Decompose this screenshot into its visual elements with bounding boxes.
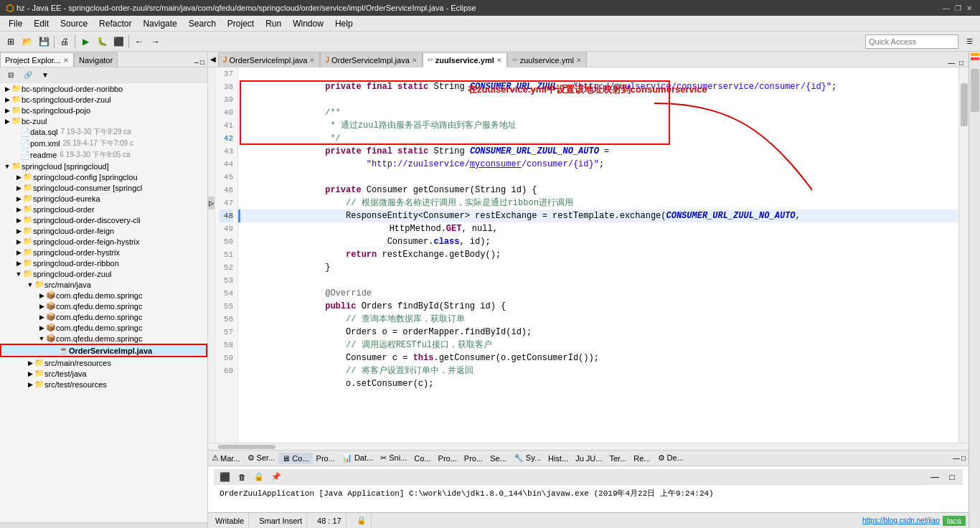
tree-item-pom[interactable]: 📄 pom.xml 26 19-4-17 下午7:09 c (0, 138, 207, 149)
menu-source[interactable]: Source (55, 16, 93, 31)
tree-item-src-test-java[interactable]: ▶ 📁 src/test/java (0, 368, 207, 379)
save-button[interactable]: 💾 (36, 34, 52, 50)
editor-minimize-icon[interactable]: — (946, 59, 957, 67)
tab-close[interactable]: ✕ (496, 57, 502, 64)
tab-se[interactable]: Se... (486, 453, 510, 464)
tab-orderserviceimpl-1[interactable]: J OrderServiceImpl.java ✕ (218, 52, 320, 67)
debug-button[interactable]: 🐛 (94, 34, 110, 50)
perspectives-button[interactable]: ☰ (961, 34, 977, 50)
tree-item-bc-order-noribbo[interactable]: ▶ 📁 bc-springcloud-order-noribbo (0, 83, 207, 94)
tree-item-bc-zuul[interactable]: ▶ 📁 bc-zuul (0, 116, 207, 126)
console-scroll-lock-btn[interactable]: 🔒 (251, 469, 267, 485)
menu-navigate[interactable]: Navigate (137, 16, 182, 31)
tab-close[interactable]: ✕ (412, 57, 418, 64)
menu-run[interactable]: Run (260, 16, 287, 31)
menu-search[interactable]: Search (183, 16, 222, 31)
tab-close[interactable]: ✕ (576, 57, 582, 64)
tree-item-springcloud-order-feign-hystrix[interactable]: ▶ 📁 springcloud-order-feign-hystrix (0, 236, 207, 247)
open-button[interactable]: 📂 (19, 34, 35, 50)
right-strip-item-1[interactable] (971, 53, 979, 56)
tab-pro2[interactable]: Pro... (435, 453, 461, 464)
tree-item-readme[interactable]: 📄 readme 6 19-3-30 下午9:05 ca (0, 149, 207, 161)
tab-snippets[interactable]: ✂ Sni... (377, 452, 410, 464)
menu-refactor[interactable]: Refactor (93, 16, 137, 31)
tree-item-pkg1[interactable]: ▶ 📦 com.qfedu.demo.springc (0, 290, 207, 301)
stop-button[interactable]: ⬛ (110, 34, 126, 50)
console-pin-btn[interactable]: 📌 (268, 469, 284, 485)
tree-item-springcloud-consumer[interactable]: ▶ 📁 springcloud-consumer [springcl (0, 182, 207, 193)
tab-co2[interactable]: Co... (410, 453, 434, 464)
sidebar-minimize-icon[interactable]: — (194, 59, 199, 67)
tab-project-explorer[interactable]: Project Explor... ✕ (0, 52, 74, 67)
print-button[interactable]: 🖨 (57, 34, 72, 50)
tab-junit[interactable]: Ju JU... (572, 453, 606, 464)
tree-item-bc-pojo[interactable]: ▶ 📁 bc-springcloud-pojo (0, 105, 207, 116)
tab-zuulservice-2[interactable]: ✏ zuulservice.yml ✕ (507, 52, 587, 67)
tree-item-src-main-java[interactable]: ▼ 📁 src/main/java (0, 279, 207, 290)
tab-zuulservice-1[interactable]: ✏ zuulservice.yml ✕ (423, 52, 507, 67)
tab-close-icon[interactable]: ✕ (63, 57, 69, 64)
editor-maximize-icon[interactable]: □ (957, 59, 966, 67)
menu-file[interactable]: File (3, 16, 28, 31)
tree-item-springcloud-order-hystrix[interactable]: ▶ 📁 springcloud-order-hystrix (0, 247, 207, 258)
tab-close[interactable]: ✕ (309, 57, 315, 64)
status-url[interactable]: https://blog.csdn.net/jiao (862, 517, 940, 524)
menu-edit[interactable]: Edit (28, 16, 55, 31)
console-stop-btn[interactable]: ⬛ (217, 469, 232, 485)
tab-terminal[interactable]: Ter... (606, 453, 630, 464)
tree-item-pkg2[interactable]: ▶ 📦 com.qfedu.demo.springc (0, 301, 207, 311)
sidebar-maximize-icon[interactable]: □ (200, 59, 204, 67)
tab-progress[interactable]: Pro... (313, 453, 339, 464)
back-button[interactable]: ← (131, 34, 147, 50)
tree-menu-button[interactable]: ▼ (37, 67, 53, 83)
tab-pro3[interactable]: Pro... (461, 453, 486, 464)
editor-hscroll[interactable] (208, 443, 969, 450)
tab-orderserviceimpl-2[interactable]: J OrderServiceImpl.java ✕ (320, 52, 422, 67)
code-line-45[interactable]: private Consumer getConsumer(String id) … (238, 171, 958, 184)
tab-de[interactable]: ⚙ De... (654, 452, 687, 464)
run-button[interactable]: ▶ (77, 34, 93, 50)
tree-item-springcloud-order-discovery[interactable]: ▶ 📁 springcloud-order-discovery-cli (0, 214, 207, 225)
tab-console[interactable]: 🖥 Co... (278, 453, 312, 464)
tab-sy[interactable]: 🔧 Sy... (510, 452, 545, 464)
hscroll-thumb[interactable] (218, 445, 275, 449)
code-line-40[interactable]: * 通过zuul路由服务器手动路由到客户服务地址 (238, 106, 958, 119)
editor-vscroll[interactable] (958, 67, 969, 443)
tree-item-bc-order-zuul[interactable]: ▶ 📁 bc-springcloud-order-zuul (0, 94, 207, 105)
tree-item-pkg3[interactable]: ▶ 📦 com.qfedu.demo.springc (0, 311, 207, 322)
code-line-39[interactable]: /** (238, 93, 958, 106)
status-lock[interactable]: 🔒 (352, 513, 372, 528)
bt-max-icon[interactable]: □ (961, 454, 966, 462)
tree-item-springcloud[interactable]: ▼ 📁 springcloud [springcloud] (0, 161, 207, 171)
maximize-button[interactable]: ❐ (953, 3, 963, 13)
close-button[interactable]: ✕ (964, 3, 974, 13)
code-line-53[interactable]: @Override (238, 274, 958, 287)
new-button[interactable]: ⊞ (3, 34, 19, 50)
tree-item-springcloud-eureka[interactable]: ▶ 📁 springcloud-eureka (0, 193, 207, 204)
tree-item-pkg4[interactable]: ▶ 📦 com.qfedu.demo.springc (0, 322, 207, 333)
tree-item-pkg5[interactable]: ▼ 📦 com.qfedu.demo.springc (0, 333, 207, 344)
vscroll-thumb[interactable] (961, 83, 968, 126)
tab-servers[interactable]: ⚙ Ser... (244, 452, 279, 464)
tab-history[interactable]: Hist... (545, 453, 572, 464)
tree-item-springcloud-order-zuul[interactable]: ▼ 📁 springcloud-order-zuul (0, 268, 207, 279)
tree-item-orderserviceimpl[interactable]: ☕ OrderServiceImpl.java (0, 344, 207, 357)
quick-access-input[interactable] (865, 34, 958, 49)
sidebar-hscroll[interactable] (0, 522, 207, 528)
tab-markers[interactable]: ⚠ Mar... (208, 452, 244, 464)
tree-item-src-test-resources[interactable]: ▶ 📁 src/test/resources (0, 379, 207, 390)
code-line-42[interactable]: private final static String CONSUMER_URL… (238, 132, 958, 145)
right-strip-item-2[interactable] (971, 57, 979, 60)
tab-re[interactable]: Re... (630, 453, 654, 464)
tree-item-springcloud-config[interactable]: ▶ 📁 springcloud-config [springclou (0, 171, 207, 182)
console-maximize-btn[interactable]: □ (944, 469, 960, 485)
console-minimize-btn[interactable]: — (927, 469, 943, 485)
tree-item-springcloud-order[interactable]: ▶ 📁 springcloud-order (0, 204, 207, 214)
code-line-52[interactable] (238, 261, 958, 274)
tree-item-springcloud-order-feign[interactable]: ▶ 📁 springcloud-order-feign (0, 225, 207, 236)
bt-min-icon[interactable]: — (953, 454, 960, 462)
code-content[interactable]: 在zuulservice.yml中设置该地址映射到consumerservice (238, 67, 958, 443)
collapse-all-button[interactable]: ⊟ (3, 67, 19, 83)
tab-data[interactable]: 📊 Dat... (339, 452, 377, 464)
tree-item-src-main-resources[interactable]: ▶ 📁 src/main/resources (0, 357, 207, 368)
